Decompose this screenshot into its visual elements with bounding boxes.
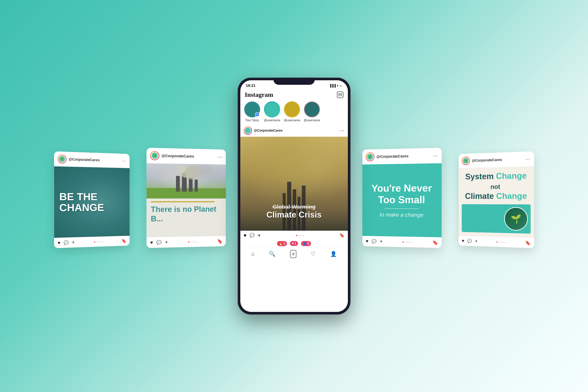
post-username-5: @CorporateCares: [472, 158, 502, 163]
logo-leaf-4: 🌿: [368, 155, 372, 159]
story-label-3: @username: [284, 119, 300, 122]
post-avatar-4: 🌿: [366, 152, 374, 161]
story-item-3[interactable]: @username: [284, 101, 300, 122]
notif-person-icon: 👤: [303, 242, 307, 245]
status-icons: ▐▐▐ ▾ ▭: [329, 84, 342, 88]
your-story-ring: +: [244, 101, 260, 118]
phone-dots-row: [296, 235, 304, 236]
ig-message-icon[interactable]: [337, 92, 343, 98]
dot-3: [98, 241, 99, 242]
post-dots-2[interactable]: ⋯: [217, 154, 222, 160]
dot5-2: [498, 242, 500, 242]
nav-search-icon[interactable]: 🔍: [269, 251, 276, 257]
post-username-1: @CorporateCares: [68, 157, 100, 162]
story-item-2[interactable]: @username: [264, 101, 280, 122]
post-avatar-logo-5: 🌿: [462, 158, 469, 164]
share-icon-1[interactable]: ✈: [72, 240, 75, 245]
card5-title-block: System Change not Climate Change: [465, 170, 527, 201]
footer-left-5: ♥ 💬 ✈: [462, 238, 478, 244]
post-username-2: @CorporateCares: [161, 154, 194, 159]
comment-icon-2[interactable]: 💬: [156, 240, 161, 245]
nav-home-icon[interactable]: ⌂: [251, 251, 254, 257]
post-header-4: 🌿 @CorporateCares ⋯: [362, 148, 442, 164]
phone-post-image: Global Warming Climate Crisis: [240, 137, 348, 231]
post-dots-1[interactable]: ⋯: [122, 158, 126, 164]
nav-profile-icon[interactable]: 👤: [330, 251, 337, 257]
phone-post-dots[interactable]: ⋯: [340, 128, 344, 133]
post-dots-5[interactable]: ⋯: [526, 156, 530, 162]
post-header-left-5: 🌿 @CorporateCares: [462, 156, 502, 165]
story-ring-3: [284, 101, 300, 118]
story-plus-icon: +: [255, 112, 260, 117]
notif-people: 👤 1: [301, 241, 311, 246]
nav-heart-icon[interactable]: ♡: [311, 251, 316, 257]
card5-not: not: [490, 183, 500, 190]
story-item-4[interactable]: @username: [304, 101, 320, 122]
card2-photo: [146, 163, 226, 198]
logo-leaf-2: 🌿: [153, 154, 156, 157]
phone-post-header-left: @CorporateCares: [244, 126, 283, 135]
share-icon-2[interactable]: ✈: [165, 240, 168, 244]
bookmark-icon-4[interactable]: 🔖: [432, 240, 438, 246]
dot4-1: [402, 242, 404, 243]
phone-share-icon[interactable]: ✈: [258, 233, 261, 238]
pdot-1: [296, 235, 297, 236]
phone-bookmark-icon[interactable]: 🔖: [340, 233, 344, 238]
heart-icon-4[interactable]: ♥: [366, 238, 368, 244]
footer-dots-5: [496, 242, 505, 243]
logo-circle-1: 🌿: [59, 156, 65, 162]
share-icon-4[interactable]: ✈: [380, 239, 382, 244]
phone-heart-icon[interactable]: ♥: [244, 232, 246, 238]
post-image-5: System Change not Climate Change 🌱: [459, 166, 534, 238]
heart-icon-5[interactable]: ♥: [462, 238, 464, 244]
footer-left-4: ♥ 💬 ✈: [366, 238, 382, 244]
notif-heart-icon: ♥: [292, 242, 294, 245]
share-icon-5[interactable]: ✈: [474, 239, 478, 244]
phone-crisis-text: Global Warming Climate Crisis: [240, 204, 348, 220]
card5-change1: Change: [496, 171, 527, 181]
post-dots-4[interactable]: ⋯: [433, 153, 438, 158]
bookmark-icon-1[interactable]: 🔖: [121, 238, 126, 244]
post-avatar-inner-1: 🌿: [58, 155, 66, 163]
plant-icon: 🌱: [510, 214, 521, 224]
phone-post-avatar: [244, 126, 252, 135]
card5-climate: Climate: [465, 192, 494, 200]
logo-circle-5: 🌿: [463, 158, 468, 164]
post-card-1: 🌿 @CorporateCares ⋯ BE THE CHANGE ♥ 💬 ✈: [54, 151, 129, 248]
dot4-5: [411, 242, 412, 243]
comment-icon-4[interactable]: 💬: [372, 239, 376, 244]
heart-icon-2[interactable]: ♥: [150, 240, 153, 245]
post-avatar-logo-4: 🌿: [367, 154, 374, 160]
dot4-4: [408, 242, 410, 243]
your-story-label: Your Story: [245, 119, 259, 122]
card5-change2: Change: [496, 191, 527, 200]
wifi-icon: ▾: [337, 84, 338, 88]
dot2-2: [190, 241, 191, 242]
bookmark-icon-2[interactable]: 🔖: [217, 238, 222, 244]
post-image-4: You're Never Too Small to make a change: [362, 163, 442, 237]
heart-icon-1[interactable]: ♥: [58, 240, 60, 246]
phone-body: 19:21 ▐▐▐ ▾ ▭ Instagram: [238, 78, 350, 314]
post-header-2: 🌿 @CorporateCares ⋯: [146, 148, 226, 164]
story-avatar-4: [305, 102, 319, 116]
footer-dots-1: [94, 241, 103, 242]
dot5-1: [496, 242, 497, 242]
phone-comment-icon[interactable]: 💬: [250, 233, 254, 238]
footer-left-1: ♥ 💬 ✈: [58, 240, 75, 246]
post-card-2: 🌿 @CorporateCares ⋯: [146, 148, 226, 248]
comment-icon-1[interactable]: 💬: [63, 240, 68, 245]
card4-sub-text: to make a change: [380, 212, 423, 218]
dot5-5: [504, 242, 506, 243]
post-header-left-4: 🌿 @CorporateCares: [366, 152, 408, 161]
phone-wrapper: 19:21 ▐▐▐ ▾ ▭ Instagram: [238, 78, 350, 314]
phone-avatar-inner: [244, 127, 252, 134]
nav-add-icon[interactable]: +: [290, 250, 296, 258]
post-footer-4: ♥ 💬 ✈ 🔖: [362, 236, 442, 248]
bookmark-icon-5[interactable]: 🔖: [525, 240, 530, 246]
story-item-yours[interactable]: + Your Story: [244, 101, 260, 122]
pdot-4: [303, 235, 304, 236]
ig-header: Instagram: [240, 90, 348, 100]
dot2-4: [194, 241, 195, 242]
notif-hearts-count: 1: [294, 242, 296, 245]
comment-icon-5[interactable]: 💬: [467, 239, 472, 244]
